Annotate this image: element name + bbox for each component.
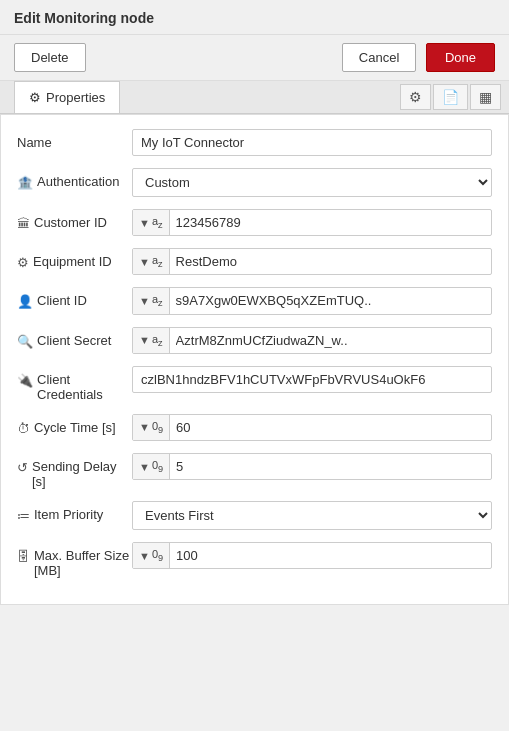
client-secret-label: 🔍 Client Secret	[17, 327, 132, 349]
client-credentials-control	[132, 366, 492, 393]
page-title: Edit Monitoring node	[14, 10, 154, 26]
name-label: Name	[17, 129, 132, 150]
equipment-id-input[interactable]	[170, 249, 491, 274]
cycle-time-label: ⏱ Cycle Time [s]	[17, 414, 132, 436]
num-icon: 09	[152, 420, 163, 435]
customer-id-input-wrapper: ▼ az	[132, 209, 492, 236]
client-id-input-wrapper: ▼ az	[132, 287, 492, 314]
client-secret-control: ▼ az	[132, 327, 492, 354]
item-priority-control: Events First Balanced Data First	[132, 501, 492, 530]
authentication-row: 🏦 Authentication Custom OAuth2 Basic Non…	[17, 168, 492, 197]
client-credentials-input[interactable]	[132, 366, 492, 393]
equipment-id-dropdown-btn[interactable]: ▼ az	[133, 249, 170, 274]
sending-delay-input[interactable]	[170, 454, 491, 479]
client-id-icon: 👤	[17, 294, 33, 309]
num-icon-3: 09	[152, 548, 163, 563]
customer-id-control: ▼ az	[132, 209, 492, 236]
toolbar-right: Cancel Done	[342, 43, 495, 72]
sending-delay-icon: ↺	[17, 460, 28, 475]
item-priority-row: ≔ Item Priority Events First Balanced Da…	[17, 501, 492, 530]
max-buffer-size-control: ▼ 09	[132, 542, 492, 569]
sending-delay-input-wrapper: ▼ 09	[132, 453, 492, 480]
equipment-id-control: ▼ az	[132, 248, 492, 275]
client-id-row: 👤 Client ID ▼ az	[17, 287, 492, 314]
authentication-select[interactable]: Custom OAuth2 Basic None	[132, 168, 492, 197]
properties-tab-icon: ⚙	[29, 90, 41, 105]
customer-id-row: 🏛 Customer ID ▼ az	[17, 209, 492, 236]
tab-settings-icon-button[interactable]: ⚙	[400, 84, 431, 110]
cancel-button[interactable]: Cancel	[342, 43, 416, 72]
max-buffer-size-label: 🗄 Max. Buffer Size [MB]	[17, 542, 132, 578]
cycle-time-dropdown-btn[interactable]: ▼ 09	[133, 415, 170, 440]
name-control	[132, 129, 492, 156]
client-secret-input-wrapper: ▼ az	[132, 327, 492, 354]
equipment-id-input-wrapper: ▼ az	[132, 248, 492, 275]
name-input[interactable]	[132, 129, 492, 156]
form-content: Name 🏦 Authentication Custom OAuth2 Basi…	[0, 114, 509, 605]
tab-grid-icon-button[interactable]: ▦	[470, 84, 501, 110]
az-icon: az	[152, 215, 163, 230]
max-buffer-size-icon: 🗄	[17, 549, 30, 564]
sending-delay-label: ↺ Sending Delay [s]	[17, 453, 132, 489]
client-id-label: 👤 Client ID	[17, 287, 132, 309]
client-credentials-icon: 🔌	[17, 373, 33, 388]
item-priority-select[interactable]: Events First Balanced Data First	[132, 501, 492, 530]
tab-properties[interactable]: ⚙ Properties	[14, 81, 120, 113]
cycle-time-row: ⏱ Cycle Time [s] ▼ 09	[17, 414, 492, 441]
client-secret-row: 🔍 Client Secret ▼ az	[17, 327, 492, 354]
customer-id-input[interactable]	[170, 210, 491, 235]
az-icon-3: az	[152, 293, 163, 308]
title-bar: Edit Monitoring node	[0, 0, 509, 35]
cycle-time-input[interactable]	[170, 415, 491, 440]
cycle-time-control: ▼ 09	[132, 414, 492, 441]
cycle-time-input-wrapper: ▼ 09	[132, 414, 492, 441]
authentication-control: Custom OAuth2 Basic None	[132, 168, 492, 197]
toolbar: Delete Cancel Done	[0, 35, 509, 81]
client-id-dropdown-btn[interactable]: ▼ az	[133, 288, 170, 313]
item-priority-icon: ≔	[17, 508, 30, 523]
sending-delay-dropdown-btn[interactable]: ▼ 09	[133, 454, 170, 479]
tabs-bar: ⚙ Properties ⚙ 📄 ▦	[0, 81, 509, 114]
customer-id-icon: 🏛	[17, 216, 30, 231]
max-buffer-size-input[interactable]	[170, 543, 491, 568]
equipment-id-icon: ⚙	[17, 255, 29, 270]
client-secret-dropdown-btn[interactable]: ▼ az	[133, 328, 170, 353]
done-button[interactable]: Done	[426, 43, 495, 72]
client-credentials-label: 🔌 Client Credentials	[17, 366, 132, 402]
num-icon-2: 09	[152, 459, 163, 474]
authentication-label: 🏦 Authentication	[17, 168, 132, 190]
client-id-control: ▼ az	[132, 287, 492, 314]
client-secret-input[interactable]	[170, 328, 491, 353]
tab-actions: ⚙ 📄 ▦	[400, 84, 509, 110]
max-buffer-size-dropdown-btn[interactable]: ▼ 09	[133, 543, 170, 568]
client-credentials-row: 🔌 Client Credentials	[17, 366, 492, 402]
equipment-id-label: ⚙ Equipment ID	[17, 248, 132, 270]
authentication-icon: 🏦	[17, 175, 33, 190]
customer-id-label: 🏛 Customer ID	[17, 209, 132, 231]
az-icon-4: az	[152, 333, 163, 348]
client-secret-icon: 🔍	[17, 334, 33, 349]
equipment-id-row: ⚙ Equipment ID ▼ az	[17, 248, 492, 275]
delete-button[interactable]: Delete	[14, 43, 86, 72]
max-buffer-size-row: 🗄 Max. Buffer Size [MB] ▼ 09	[17, 542, 492, 578]
sending-delay-control: ▼ 09	[132, 453, 492, 480]
sending-delay-row: ↺ Sending Delay [s] ▼ 09	[17, 453, 492, 489]
cycle-time-icon: ⏱	[17, 421, 30, 436]
properties-tab-label: Properties	[46, 90, 105, 105]
max-buffer-size-input-wrapper: ▼ 09	[132, 542, 492, 569]
customer-id-dropdown-btn[interactable]: ▼ az	[133, 210, 170, 235]
az-icon-2: az	[152, 254, 163, 269]
item-priority-label: ≔ Item Priority	[17, 501, 132, 523]
name-row: Name	[17, 129, 492, 156]
tab-doc-icon-button[interactable]: 📄	[433, 84, 468, 110]
client-id-input[interactable]	[170, 288, 491, 313]
